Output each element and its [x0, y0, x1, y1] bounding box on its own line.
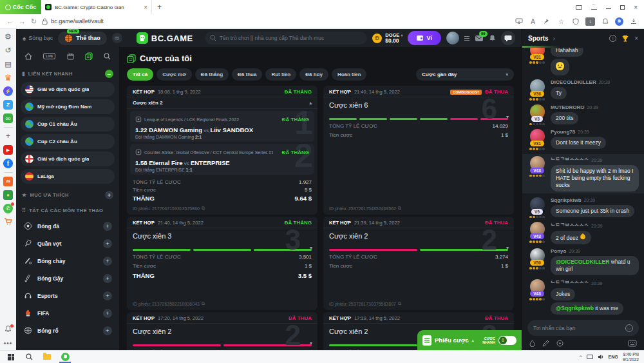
chat-message[interactable]: V9Sqgrikpkiwb20:39Someone just put 35k i…	[527, 197, 639, 219]
messenger-icon[interactable]: ⚡	[3, 86, 13, 96]
game-search[interactable]	[205, 32, 368, 44]
download-active-icon[interactable]: ↓	[585, 17, 595, 26]
sport-item-fifa[interactable]: FIFA+	[21, 304, 115, 322]
bet-card[interactable]: KẾT HỢP21:40, 14 thg 5, 2022ĐÃ THẮNGCược…	[127, 217, 317, 310]
cart-icon[interactable]	[3, 217, 13, 227]
mention[interactable]: @DICECOLDKILLER	[556, 259, 609, 265]
shield-icon[interactable]	[571, 17, 580, 26]
add-favorite-button[interactable]: +	[105, 191, 113, 199]
shop-app-icon[interactable]: 29	[3, 177, 13, 186]
sports-toggle[interactable]: NEW Thể thao	[58, 32, 107, 45]
tray-expand-icon[interactable]: ^	[580, 354, 582, 360]
quick-link-item[interactable]: Giải vô địch quốc gia	[21, 82, 115, 97]
settings-icon[interactable]: ⚙	[3, 32, 13, 42]
username[interactable]: MUTEDRORO20:39	[551, 104, 639, 110]
live-icon[interactable]: LIVE	[43, 53, 55, 59]
schedule-icon[interactable]	[67, 53, 74, 60]
reading-list-icon[interactable]: ▤	[3, 59, 13, 69]
casino-link[interactable]: ♠ Sòng bạc	[23, 35, 53, 42]
tab-close-icon[interactable]: ×	[144, 4, 147, 11]
expand-plus-button[interactable]: +	[103, 309, 112, 318]
tab-preview-icon[interactable]	[576, 5, 582, 10]
taskbar-clock[interactable]: 8:40 PM 9/1/2022	[623, 352, 639, 362]
chat-message[interactable]: V43ᄂᄃᄀᄇᄉᄉᄉᄾ20:392 of deez	[527, 222, 639, 244]
forward-button[interactable]: →	[19, 17, 26, 25]
start-button[interactable]	[3, 351, 19, 363]
username[interactable]: Pyoung7820:39	[551, 129, 639, 135]
quick-bet-toggle[interactable]: 0	[498, 336, 516, 345]
trophy-icon[interactable]	[621, 35, 629, 43]
chat-message[interactable]: V31Hahahah	[527, 48, 639, 75]
bet-title-row[interactable]: Cược xiên 2▴	[127, 97, 317, 109]
expand-plus-button[interactable]: +	[103, 326, 112, 335]
sort-dropdown[interactable]: Cược gần đây ▾	[416, 68, 514, 81]
url-box[interactable]: bc.game/wallet/vault	[42, 18, 402, 25]
chat-message[interactable]: V3MUTEDRORO20:39200 tits	[527, 104, 639, 126]
bell-icon[interactable]	[489, 34, 496, 42]
home-icon[interactable]	[24, 53, 32, 60]
chat-toggle-button[interactable]	[501, 31, 515, 45]
chat-message[interactable]: V43ᄂᄃᄀᄇᄉᄉᄉᄾ20:39Shit id be happy with 2 …	[522, 154, 644, 193]
expand-plus-button[interactable]: +	[103, 274, 112, 283]
network-icon[interactable]	[587, 355, 593, 359]
collapse-quick-links-button[interactable]: –	[105, 70, 113, 78]
reload-button[interactable]: ↻	[31, 17, 37, 26]
volume-icon[interactable]	[598, 354, 604, 360]
user-menu-icon[interactable]	[464, 36, 469, 41]
file-explorer-icon[interactable]	[39, 351, 55, 363]
facebook-icon[interactable]: f	[3, 159, 13, 168]
quick-link-item[interactable]: Cúp C1 châu Âu	[21, 117, 115, 132]
bookmark-star-icon[interactable]: ☆	[557, 17, 565, 26]
chat-rules-icon[interactable]: !	[609, 35, 616, 42]
copy-icon[interactable]: ⧉	[202, 301, 205, 306]
filter-pill[interactable]: Đã thua	[232, 68, 262, 81]
username[interactable]: ᄂᄃᄀᄇᄉᄉᄉᄾ20:39	[551, 156, 639, 163]
bet-card[interactable]: KẾT HỢP21:40, 14 thg 5, 2022COMBOBOOSTĐÃ…	[323, 86, 514, 215]
mail-icon[interactable]: 99	[475, 35, 484, 42]
filter-pill[interactable]: Đã hủy	[299, 68, 328, 81]
sport-item-cricket[interactable]: Bóng Gậy+	[21, 270, 115, 287]
minimize-button[interactable]	[606, 8, 611, 9]
zalo-icon[interactable]: Z	[3, 100, 13, 110]
my-bets-icon[interactable]	[85, 52, 93, 60]
filter-pill[interactable]: Tất cả	[127, 68, 153, 81]
chat-message[interactable]: V50Ponyo20:39@DICECOLDKILLER whatd u win…	[527, 248, 639, 275]
bet-card[interactable]: KẾT HỢP21:39, 14 thg 5, 2022ĐÃ THUACược …	[323, 217, 514, 310]
coin-flip-icon[interactable]	[556, 340, 564, 347]
close-window-button[interactable]: ×	[634, 4, 638, 11]
rain-tip-icon[interactable]	[529, 340, 535, 347]
notifications-icon[interactable]	[601, 17, 609, 26]
coccoc-taskbar-icon[interactable]	[57, 351, 73, 363]
expand-plus-button[interactable]: +	[103, 291, 112, 300]
chat-message[interactable]: V36DICECOLDKILLER20:39Ty	[527, 79, 639, 101]
filter-pill[interactable]: Đã thắng	[195, 68, 229, 81]
browser-tab[interactable]: BC.Game: Crypto Casino Gan ×	[41, 0, 152, 14]
translate-icon[interactable]: A	[529, 17, 537, 26]
bcgame-logo[interactable]: BC.GAME	[137, 32, 193, 44]
quick-link-item[interactable]: Mỹ mở rộng Đơn Nam	[21, 99, 115, 114]
sport-item-baseball[interactable]: Bóng chày+	[21, 252, 115, 270]
chat-app-icon[interactable]: ✆	[3, 204, 13, 213]
sports-menu-toggle-icon[interactable]	[112, 33, 122, 43]
chat-message[interactable]: V43ᄂᄃᄀᄇᄉᄉᄉᄾ20:39Jokes@Sqgrikpkiwb it was…	[527, 279, 639, 315]
crown-icon[interactable]: ♛	[3, 73, 13, 83]
add-shortcut-icon[interactable]: +	[3, 132, 13, 141]
sidebar-search-icon[interactable]	[104, 53, 111, 60]
search-input[interactable]	[220, 35, 363, 41]
collapse-caret-icon[interactable]: ▴	[309, 101, 312, 106]
quick-link-item[interactable]: LaLiga	[21, 169, 115, 184]
sport-item-tennis[interactable]: Quần vợt+	[21, 235, 115, 252]
url-text[interactable]: bc.game/wallet/vault	[51, 18, 104, 25]
chat-close-icon[interactable]: ×	[634, 35, 638, 42]
betslip-button[interactable]: Phiếu cược ▴ CƯỢC NHANH 0	[417, 330, 522, 350]
sport-item-esports[interactable]: Esports+	[21, 287, 115, 304]
games-icon[interactable]: oo	[3, 113, 13, 123]
copy-icon[interactable]: ⧉	[202, 206, 205, 211]
quick-link-item[interactable]: Giải vô địch quốc gia	[21, 152, 115, 166]
wallet-button[interactable]: Ví	[408, 31, 441, 45]
sport-item-basketball[interactable]: Bóng rổ+	[21, 322, 115, 339]
bet-card[interactable]: KẾT HỢP17:20, 14 thg 5, 2022ĐÃ THUACược …	[127, 312, 317, 350]
emoji-picker-icon[interactable]	[625, 324, 633, 332]
pencil-icon[interactable]	[542, 340, 549, 347]
username[interactable]: DICECOLDKILLER20:39	[551, 79, 639, 85]
